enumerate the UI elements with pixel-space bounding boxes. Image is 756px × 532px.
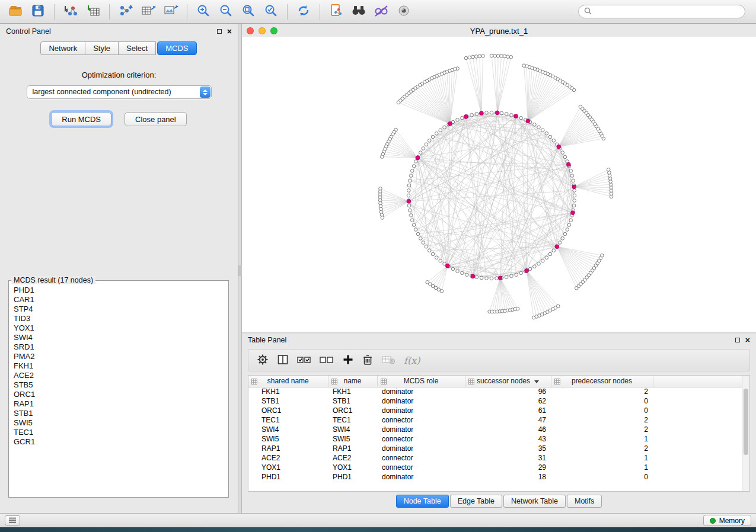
delete-table-button[interactable] [381, 354, 395, 367]
close-panel-icon[interactable]: × [227, 28, 232, 34]
column-header-name[interactable]: name [328, 376, 377, 387]
import-table-button[interactable] [82, 3, 104, 21]
tab-node-table[interactable]: Node Table [396, 495, 449, 508]
column-header-filler [653, 376, 748, 387]
table-scrollbar[interactable] [742, 376, 749, 491]
table-row[interactable]: PHD1PHD1dominator180 [248, 472, 748, 482]
criterion-dropdown[interactable]: largest connected component (undirected) [27, 85, 212, 99]
search-input[interactable] [595, 8, 739, 16]
mcds-node-item[interactable]: TEC1 [9, 428, 228, 437]
minimize-window-icon[interactable] [259, 27, 266, 34]
mcds-node-item[interactable]: SWI4 [9, 333, 228, 342]
mcds-node-item[interactable]: FKH1 [9, 361, 228, 371]
column-header-predecessor-nodes[interactable]: predecessor nodes [551, 376, 653, 387]
maximize-window-icon[interactable] [270, 27, 277, 34]
column-header-shared-name[interactable]: shared name [248, 376, 328, 387]
toolbar-separator [109, 4, 110, 20]
export-table-button[interactable] [138, 3, 159, 21]
tab-edge-table[interactable]: Edge Table [450, 495, 502, 508]
save-session-button[interactable] [27, 3, 49, 21]
run-mcds-button[interactable]: Run MCDS [51, 112, 111, 126]
mcds-node-item[interactable]: TID3 [9, 314, 228, 323]
tab-mcds[interactable]: MCDS [157, 41, 196, 55]
sort-arrow-icon[interactable] [534, 380, 539, 383]
scrollbar-thumb[interactable] [744, 389, 748, 455]
function-builder-button[interactable]: f(x) [404, 355, 420, 366]
control-panel-title: Control Panel [6, 27, 51, 36]
table-row[interactable]: ACE2ACE2connector311 [248, 453, 748, 463]
zoom-out-button[interactable] [215, 3, 237, 21]
import-network-button[interactable] [60, 3, 81, 21]
float-window-icon[interactable] [217, 29, 222, 34]
refresh-button[interactable] [293, 3, 314, 21]
table-row[interactable]: YOX1YOX1connector291 [248, 463, 748, 472]
checked-boxes-icon [297, 355, 311, 366]
zoom-selected-button[interactable] [260, 3, 282, 21]
deselect-all-button[interactable] [320, 355, 334, 366]
table-row[interactable]: SWI4SWI4dominator462 [248, 425, 748, 434]
folder-icon [8, 4, 23, 19]
mcds-node-item[interactable]: RAP1 [9, 399, 228, 409]
zoom-in-button[interactable] [193, 3, 214, 21]
mcds-node-item[interactable]: PHD1 [9, 286, 228, 295]
tab-network[interactable]: Network [40, 41, 85, 55]
zoom-selected-icon [264, 4, 278, 20]
delete-column-button[interactable] [362, 354, 373, 367]
tab-select[interactable]: Select [118, 41, 156, 55]
mcds-node-item[interactable]: CAR1 [9, 295, 228, 305]
zoom-fit-button[interactable] [238, 3, 259, 21]
table-row[interactable]: SWI5SWI5connector431 [248, 434, 748, 444]
table-panel-title: Table Panel [248, 336, 286, 344]
network-canvas[interactable] [242, 37, 756, 332]
table-settings-button[interactable] [257, 354, 269, 367]
open-file-button[interactable] [5, 3, 26, 21]
table-row[interactable]: STB1STB1dominator620 [248, 396, 748, 406]
close-window-icon[interactable] [247, 27, 254, 34]
table-row[interactable]: RAP1RAP1dominator352 [248, 444, 748, 453]
mcds-result-list: PHD1CAR1STP4TID3YOX1SWI4SRD1PMA2FKH1ACE2… [9, 284, 228, 497]
gear-icon [257, 354, 269, 367]
mcds-node-item[interactable]: ACE2 [9, 371, 228, 380]
mcds-node-item[interactable]: STB5 [9, 380, 228, 390]
tab-motifs[interactable]: Motifs [567, 495, 602, 508]
mcds-node-item[interactable]: GCR1 [9, 437, 228, 447]
toolbar-search[interactable] [578, 5, 745, 18]
mcds-node-item[interactable]: STP4 [9, 305, 228, 314]
search-icon [584, 7, 592, 17]
mcds-node-item[interactable]: ORC1 [9, 390, 228, 399]
mcds-node-item[interactable]: STB1 [9, 409, 228, 418]
toolbar-separator [320, 4, 320, 20]
table-toolbar: f(x) [248, 349, 750, 371]
open-in-browser-button[interactable] [326, 3, 347, 21]
export-network-button[interactable] [115, 3, 136, 21]
mcds-node-item[interactable]: YOX1 [9, 323, 228, 333]
tab-network-table[interactable]: Network Table [503, 495, 566, 508]
column-grid-icon [381, 378, 387, 386]
column-header-successor-nodes[interactable]: successor nodes [465, 376, 551, 387]
mcds-node-item[interactable]: SWI5 [9, 418, 228, 428]
export-image-button[interactable] [160, 3, 181, 21]
search-network-button[interactable] [348, 3, 369, 21]
close-panel-button[interactable]: Close panel [125, 112, 187, 126]
zoom-in-icon [196, 4, 210, 20]
hide-graphics-button[interactable] [371, 3, 392, 21]
add-column-button[interactable] [342, 354, 354, 367]
table-row[interactable]: FKH1FKH1dominator962 [248, 387, 748, 396]
show-graphics-button[interactable] [393, 3, 414, 21]
list-icon [8, 516, 17, 525]
table-row[interactable]: TEC1TEC1connector472 [248, 415, 748, 425]
task-history-button[interactable] [5, 515, 20, 525]
mcds-node-item[interactable]: SRD1 [9, 342, 228, 352]
tab-style[interactable]: Style [85, 41, 119, 55]
float-table-panel-icon[interactable] [735, 338, 740, 342]
memory-button[interactable]: Memory [703, 515, 751, 526]
control-panel-tabs: NetworkStyleSelectMCDS [0, 41, 238, 55]
mcds-node-item[interactable]: PMA2 [9, 352, 228, 361]
column-header-mcds-role[interactable]: MCDS role [377, 376, 465, 387]
table-row[interactable]: ORC1ORC1dominator610 [248, 406, 748, 415]
show-columns-button[interactable] [277, 354, 289, 367]
close-table-panel-icon[interactable]: × [745, 337, 750, 343]
node-table: shared name name MCDS role successor nod… [248, 375, 750, 492]
eye-icon [397, 4, 411, 19]
select-all-button[interactable] [297, 355, 311, 366]
